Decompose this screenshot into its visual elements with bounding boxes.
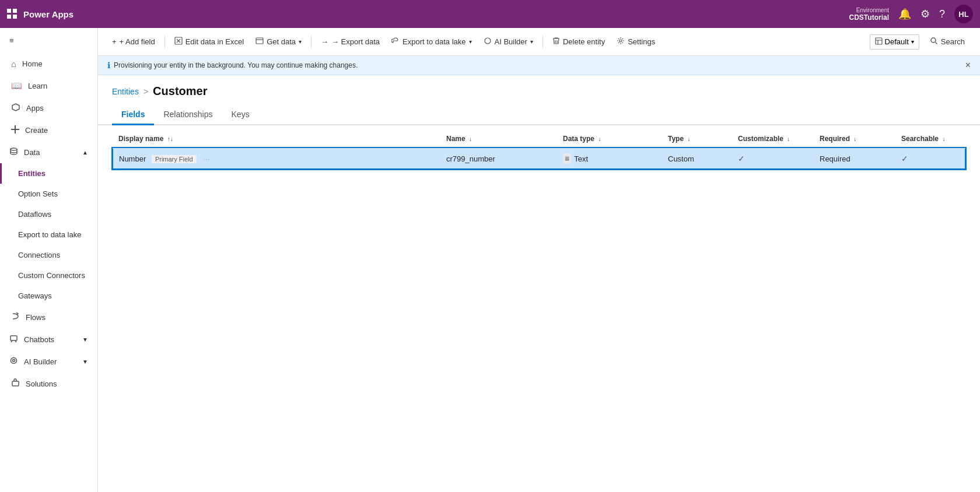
breadcrumb-separator: > [144, 87, 148, 96]
sidebar-item-flows[interactable]: Flows [0, 306, 97, 328]
settings-toolbar-button[interactable]: Settings [612, 34, 660, 50]
sidebar-item-solutions[interactable]: Solutions [0, 372, 97, 395]
sidebar-item-export-lake[interactable]: Export to data lake [0, 224, 97, 245]
sidebar-item-home[interactable]: ⌂ Home [0, 53, 97, 75]
sidebar: ≡ ⌂ Home 📖 Learn Apps Create [0, 28, 98, 492]
col-required[interactable]: Required ↓ [814, 130, 895, 148]
data-expand-icon: ▲ [82, 149, 88, 156]
sidebar-item-custom-connectors[interactable]: Custom Connectors [0, 265, 97, 286]
svg-rect-13 [256, 38, 263, 44]
table-header-row: Display name ↑↓ Name ↓ Data type ↓ Typ [113, 130, 965, 148]
get-data-icon [256, 37, 264, 47]
svg-point-10 [13, 360, 15, 362]
sort-searchable-icon: ↓ [942, 136, 945, 142]
separator-2 [311, 36, 312, 48]
content-area: + + Add field Edit data in Excel [98, 28, 980, 492]
sidebar-item-ai-builder[interactable]: AI Builder ▼ [0, 350, 97, 372]
table-row[interactable]: Number Primary Field ··· cr799_number ≡ … [113, 148, 965, 169]
app-grid-icon[interactable] [7, 9, 18, 19]
sidebar-item-option-sets[interactable]: Option Sets [0, 184, 97, 204]
view-icon [875, 37, 883, 47]
sidebar-item-data[interactable]: Data ▲ [0, 141, 97, 163]
breadcrumb-current: Customer [153, 85, 207, 98]
svg-point-9 [11, 358, 17, 364]
delete-icon [552, 37, 560, 47]
col-customizable[interactable]: Customizable ↓ [732, 130, 814, 148]
sidebar-item-gateways[interactable]: Gateways [0, 286, 97, 306]
sidebar-item-learn[interactable]: 📖 Learn [0, 75, 97, 97]
sidebar-item-connections[interactable]: Connections [0, 245, 97, 265]
cell-searchable: ✓ [895, 148, 965, 169]
user-avatar[interactable]: HL [954, 5, 973, 23]
sort-name-icon: ↓ [469, 136, 472, 142]
ai-dropdown-icon: ▾ [530, 38, 533, 45]
tabs: Fields Relationships Keys [98, 105, 980, 125]
col-type[interactable]: Type ↓ [662, 130, 732, 148]
svg-point-7 [10, 148, 17, 150]
notifications-button[interactable]: 🔔 [898, 8, 911, 20]
svg-point-14 [485, 38, 491, 44]
primary-field-badge: Primary Field [152, 155, 197, 163]
get-data-button[interactable]: Get data ▾ [251, 34, 306, 50]
tab-fields[interactable]: Fields [112, 105, 154, 125]
svg-rect-2 [7, 15, 11, 19]
col-searchable[interactable]: Searchable ↓ [895, 130, 965, 148]
settings-button[interactable]: ⚙ [921, 8, 930, 20]
ai-builder-expand-icon: ▼ [82, 359, 88, 365]
sidebar-item-apps[interactable]: Apps [0, 97, 97, 120]
sort-customizable-icon: ↓ [787, 136, 790, 142]
environment-info: Environment CDSTutorial [849, 7, 889, 22]
settings-gear-icon [617, 37, 625, 47]
breadcrumb: Entities > Customer [112, 85, 966, 98]
sidebar-item-create[interactable]: Create [0, 120, 97, 141]
create-icon [11, 125, 19, 135]
sidebar-item-entities[interactable]: Entities [0, 163, 97, 184]
sort-display-name-icon: ↑↓ [167, 136, 173, 142]
separator-1 [164, 36, 165, 48]
col-data-type[interactable]: Data type ↓ [557, 130, 662, 148]
edit-excel-button[interactable]: Edit data in Excel [170, 34, 249, 50]
sidebar-item-chatbots[interactable]: Chatbots ▼ [0, 328, 97, 350]
breadcrumb-parent[interactable]: Entities [112, 87, 139, 96]
export-lake-dropdown-icon: ▾ [469, 38, 472, 45]
export-data-button[interactable]: → → Export data [316, 34, 384, 49]
cell-type: Custom [662, 148, 732, 169]
add-field-button[interactable]: + + Add field [107, 34, 160, 49]
svg-rect-16 [876, 38, 882, 44]
col-display-name[interactable]: Display name ↑↓ [113, 130, 440, 148]
add-icon: + [112, 37, 117, 46]
ai-builder-button[interactable]: AI Builder ▾ [479, 34, 538, 50]
svg-point-17 [931, 38, 936, 43]
svg-rect-1 [13, 9, 17, 13]
hamburger-menu[interactable]: ≡ [0, 28, 97, 53]
cell-data-type: ≡ Text [557, 148, 662, 169]
search-icon [930, 37, 938, 47]
excel-icon [174, 37, 183, 47]
tab-keys[interactable]: Keys [222, 105, 259, 125]
separator-3 [542, 36, 543, 48]
help-button[interactable]: ? [939, 8, 945, 20]
topbar: Power Apps Environment CDSTutorial 🔔 ⚙ ?… [0, 0, 980, 28]
col-name[interactable]: Name ↓ [440, 130, 557, 148]
export-lake-button[interactable]: Export to data lake ▾ [387, 34, 476, 50]
sort-required-icon: ↓ [853, 136, 856, 142]
search-toolbar-button[interactable]: Search [924, 34, 971, 50]
learn-icon: 📖 [11, 80, 22, 91]
row-menu-dots[interactable]: ··· [203, 154, 209, 163]
info-icon: ℹ [107, 61, 110, 70]
close-banner-button[interactable]: × [965, 60, 971, 71]
cell-name: cr799_number [440, 148, 557, 169]
delete-entity-button[interactable]: Delete entity [548, 34, 610, 50]
table-area: Display name ↑↓ Name ↓ Data type ↓ Typ [98, 125, 980, 492]
ai-builder-icon [9, 356, 18, 367]
sort-type-icon: ↓ [687, 136, 690, 142]
svg-rect-3 [13, 15, 17, 19]
tab-relationships[interactable]: Relationships [154, 105, 222, 125]
svg-point-15 [620, 40, 622, 42]
sidebar-item-dataflows[interactable]: Dataflows [0, 204, 97, 224]
cell-customizable: ✓ [732, 148, 814, 169]
customizable-check-icon: ✓ [738, 154, 745, 163]
ai-icon [484, 37, 492, 47]
view-selector-button[interactable]: Default ▾ [870, 34, 919, 50]
svg-rect-0 [7, 9, 11, 13]
